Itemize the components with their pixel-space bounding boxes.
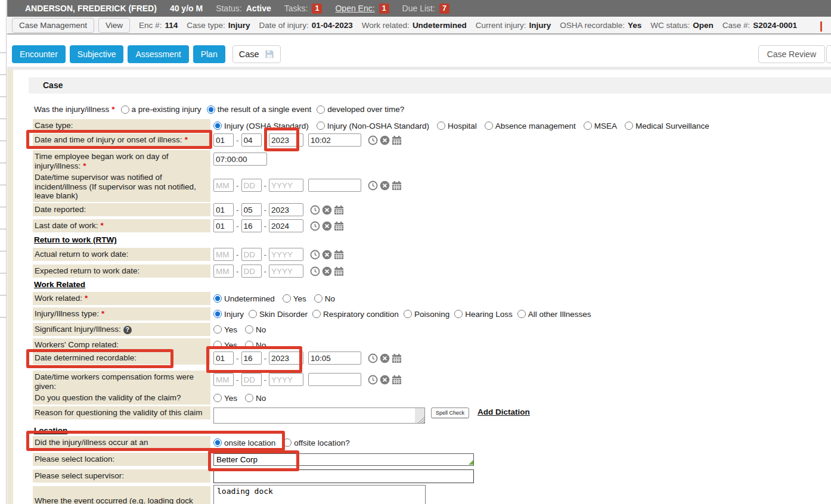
hospital-radio[interactable]	[437, 122, 445, 130]
offsite-radio[interactable]	[283, 438, 292, 447]
radio-option-significant-yes[interactable]: Yes	[213, 325, 237, 334]
date-reported-day-input[interactable]	[241, 203, 262, 216]
clock-icon[interactable]	[368, 181, 378, 191]
add-dictation-link[interactable]: Add Dictation	[477, 407, 530, 416]
single-event-radio[interactable]	[207, 105, 215, 114]
wc-no-radio[interactable]	[245, 341, 253, 349]
date-reported-month-input[interactable]	[213, 203, 234, 216]
actual-rtw-day-input[interactable]	[241, 248, 262, 261]
expected-rtw-day-input[interactable]	[241, 265, 262, 278]
injury-time-input[interactable]	[308, 133, 361, 147]
clock-icon[interactable]	[368, 375, 378, 385]
radio-option-skin-disorder[interactable]: Skin Disorder	[249, 310, 308, 319]
calendar-icon[interactable]	[392, 181, 402, 191]
help-icon[interactable]: ?	[123, 326, 132, 334]
work-related-no-radio[interactable]	[314, 294, 323, 303]
clock-icon[interactable]	[310, 221, 320, 231]
clear-icon[interactable]	[380, 353, 390, 363]
wc-forms-day-input[interactable]	[241, 373, 262, 386]
injury-year-input[interactable]	[269, 133, 303, 147]
hearing-loss-radio[interactable]	[454, 310, 463, 318]
work-related-yes-radio[interactable]	[283, 294, 291, 303]
radio-option-hospital[interactable]: Hospital	[437, 122, 477, 130]
spell-check-button[interactable]: Spell Check	[431, 407, 469, 418]
radio-option-all-other[interactable]: All other Illnesses	[517, 310, 591, 319]
supervisor-notified-month-input[interactable]	[213, 179, 234, 192]
wc-forms-year-input[interactable]	[269, 373, 303, 386]
respiratory-radio[interactable]	[312, 310, 321, 318]
expected-rtw-month-input[interactable]	[213, 265, 234, 278]
supervisor-notified-time-input[interactable]	[308, 179, 361, 192]
began-work-time-input[interactable]	[213, 153, 267, 166]
onsite-radio[interactable]	[213, 438, 222, 447]
calendar-icon[interactable]	[334, 250, 344, 260]
where-occurred-textarea[interactable]: loading dock	[213, 485, 426, 504]
calendar-icon[interactable]	[334, 266, 344, 276]
calendar-icon[interactable]	[392, 135, 402, 145]
skin-disorder-radio[interactable]	[249, 310, 257, 318]
supervisor-notified-year-input[interactable]	[269, 179, 303, 192]
calendar-icon[interactable]	[392, 375, 402, 385]
radio-option-work-related-yes[interactable]: Yes	[283, 294, 306, 303]
radio-option-validity-yes[interactable]: Yes	[213, 394, 237, 403]
expected-rtw-year-input[interactable]	[269, 265, 303, 278]
reason-validity-textarea[interactable]	[213, 407, 425, 424]
recordable-day-input[interactable]	[241, 351, 262, 365]
clear-icon[interactable]	[322, 250, 332, 260]
radio-option-offsite[interactable]: offsite location?	[283, 438, 350, 447]
clear-icon[interactable]	[380, 375, 390, 385]
radio-option-non-osha-injury[interactable]: Injury (Non-OSHA Standard)	[317, 122, 429, 130]
osha-injury-radio[interactable]	[213, 122, 222, 130]
over-time-radio[interactable]	[317, 105, 325, 114]
injury-day-input[interactable]	[241, 133, 262, 147]
last-work-month-input[interactable]	[213, 219, 234, 232]
calendar-icon[interactable]	[334, 221, 344, 231]
radio-option-osha-injury[interactable]: Injury (OSHA Standard)	[213, 122, 309, 130]
clear-icon[interactable]	[322, 221, 332, 231]
significant-no-radio[interactable]	[245, 325, 253, 334]
date-reported-year-input[interactable]	[269, 203, 303, 216]
radio-option-preexisting[interactable]: a pre-existing injury	[121, 105, 201, 114]
radio-option-undetermined[interactable]: Undetermined	[213, 294, 275, 303]
validity-no-radio[interactable]	[245, 394, 253, 402]
preexisting-radio[interactable]	[121, 105, 129, 114]
last-work-year-input[interactable]	[269, 219, 303, 232]
medical-surveillance-radio[interactable]	[625, 122, 633, 130]
clear-icon[interactable]	[380, 135, 390, 145]
supervisor-notified-day-input[interactable]	[241, 179, 262, 192]
radio-option-hearing-loss[interactable]: Hearing Loss	[454, 310, 513, 319]
radio-option-msea[interactable]: MSEA	[584, 122, 617, 130]
radio-option-wc-yes[interactable]: Yes	[213, 341, 237, 350]
clock-icon[interactable]	[368, 353, 378, 363]
radio-option-onsite[interactable]: onsite location	[213, 438, 275, 447]
clear-icon[interactable]	[380, 181, 390, 191]
all-other-illnesses-radio[interactable]	[517, 310, 526, 318]
actual-rtw-month-input[interactable]	[213, 248, 234, 261]
radio-option-absence[interactable]: Absence management	[485, 122, 576, 130]
non-osha-injury-radio[interactable]	[317, 122, 325, 130]
radio-option-significant-no[interactable]: No	[245, 325, 266, 334]
clear-icon[interactable]	[322, 205, 332, 215]
injury-month-input[interactable]	[213, 133, 234, 147]
radio-option-medical-surveillance[interactable]: Medical Surveillance	[625, 122, 709, 130]
recordable-year-input[interactable]	[269, 351, 303, 365]
undetermined-radio[interactable]	[213, 294, 222, 303]
supervisor-input[interactable]	[213, 469, 474, 483]
clock-icon[interactable]	[310, 250, 320, 260]
clear-icon[interactable]	[322, 266, 332, 276]
msea-radio[interactable]	[584, 122, 592, 130]
wc-yes-radio[interactable]	[213, 341, 222, 349]
radio-option-poisoning[interactable]: Poisoning	[404, 310, 449, 319]
radio-option-single-event[interactable]: the result of a single event	[207, 105, 312, 114]
radio-option-over-time[interactable]: developed over time?	[317, 105, 404, 114]
clock-icon[interactable]	[368, 135, 378, 145]
validity-yes-radio[interactable]	[213, 394, 222, 402]
calendar-icon[interactable]	[392, 353, 402, 363]
recordable-month-input[interactable]	[213, 351, 234, 365]
clock-icon[interactable]	[310, 205, 320, 215]
wc-forms-time-input[interactable]	[308, 373, 361, 386]
location-input[interactable]	[213, 453, 474, 466]
radio-option-work-related-no[interactable]: No	[314, 294, 335, 303]
actual-rtw-year-input[interactable]	[269, 248, 303, 261]
radio-option-wc-no[interactable]: No	[245, 341, 266, 350]
